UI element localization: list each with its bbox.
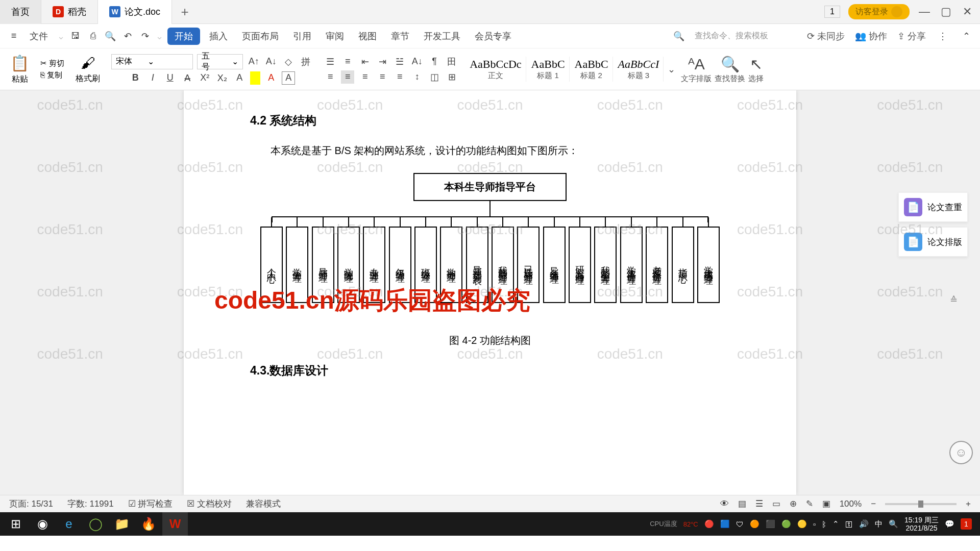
menu-layout[interactable]: 页面布局 (237, 28, 284, 44)
strike-button[interactable]: A̶ (181, 71, 194, 85)
indent-icon[interactable]: ⇥ (376, 55, 389, 68)
asian-layout-icon[interactable]: ☱ (393, 55, 406, 68)
notification-icon[interactable]: 💬 (945, 519, 954, 529)
page-indicator[interactable]: 1 (824, 6, 840, 18)
menu-view[interactable]: 视图 (353, 28, 382, 44)
search-input[interactable]: 查找命令、搜索模板 (695, 31, 797, 41)
tray-icon[interactable]: 🟠 (750, 519, 760, 529)
page-count[interactable]: 页面: 15/31 (9, 498, 53, 510)
font-effect-icon[interactable]: A (233, 71, 246, 85)
border-icon[interactable]: 田 (445, 55, 458, 68)
print-icon[interactable]: ⎙ (86, 30, 100, 43)
view-outline-icon[interactable]: ☰ (755, 498, 763, 509)
view-web-icon[interactable]: ⊕ (790, 498, 797, 509)
find-replace-button[interactable]: 🔍查找替换 (715, 55, 745, 84)
task-obs[interactable]: ◉ (30, 512, 55, 536)
menu-file[interactable]: 文件 (24, 28, 53, 44)
document-area[interactable]: 4.2 系统结构 本系统是基于 B/S 架构的网站系统，设计的功能结构图如下图所… (0, 90, 980, 495)
bluetooth-icon[interactable]: ᛒ (822, 520, 826, 529)
text-layout-button[interactable]: ᴬA文字排版 (681, 55, 712, 84)
collab-button[interactable]: 👥 协作 (855, 30, 887, 42)
menu-review[interactable]: 审阅 (321, 28, 349, 44)
close-button[interactable]: ✕ (961, 5, 974, 18)
select-button[interactable]: ↖选择 (748, 55, 764, 84)
italic-button[interactable]: I (146, 71, 159, 85)
edit-icon[interactable]: ✎ (806, 498, 813, 509)
eye-icon[interactable]: 👁 (720, 499, 729, 509)
menu-chapter[interactable]: 章节 (386, 28, 414, 44)
zoom-slider[interactable] (885, 503, 957, 505)
view-page-icon[interactable]: ▤ (738, 498, 746, 509)
tab-document[interactable]: W论文.doc (98, 0, 172, 24)
size-select[interactable]: 五号⌄ (197, 54, 243, 69)
login-button[interactable]: 访客登录 (848, 4, 910, 19)
start-button[interactable]: ⊞ (3, 512, 29, 536)
char-border-button[interactable]: A (282, 71, 295, 85)
menu-insert[interactable]: 插入 (204, 28, 233, 44)
chevron-up-icon[interactable]: ≙ (950, 294, 958, 306)
preview-icon[interactable]: 🔍 (104, 30, 117, 43)
sync-button[interactable]: ⟳ 未同步 (807, 30, 845, 42)
tray-icon[interactable]: 🟦 (720, 519, 730, 529)
align-right-icon[interactable]: ≡ (358, 70, 372, 84)
task-explorer[interactable]: 📁 (109, 512, 135, 536)
cut-button[interactable]: ✂ 剪切 (40, 59, 64, 68)
minimize-button[interactable]: — (918, 5, 931, 18)
clear-format-icon[interactable]: ◇ (282, 55, 295, 68)
task-ie[interactable]: e (56, 512, 82, 536)
redo-icon[interactable]: ↷ (138, 30, 152, 43)
collapse-icon[interactable]: ⌃ (960, 30, 973, 43)
notification-badge[interactable]: 1 (961, 518, 972, 530)
paste-icon[interactable]: 📋 (10, 54, 29, 72)
bold-button[interactable]: B (129, 71, 142, 85)
zoom-in-button[interactable]: + (966, 499, 971, 509)
menu-icon[interactable]: ≡ (7, 30, 20, 43)
task-browser[interactable]: ◯ (83, 512, 108, 536)
clock[interactable]: 15:19 周三2021/8/25 (904, 516, 939, 532)
maximize-button[interactable]: ▢ (939, 5, 952, 18)
tray-icon[interactable]: ⬛ (766, 519, 775, 529)
align-center-icon[interactable]: ≡ (341, 70, 354, 84)
shading-icon[interactable]: ◫ (428, 70, 441, 84)
fit-icon[interactable]: ▣ (822, 498, 830, 509)
grow-font-icon[interactable]: A↑ (247, 55, 260, 68)
brush-icon[interactable]: 🖌 (81, 55, 95, 71)
view-read-icon[interactable]: ▭ (772, 498, 780, 509)
table-border-icon[interactable]: ⊞ (445, 70, 458, 84)
tray-icon[interactable]: 🟡 (797, 519, 807, 529)
underline-button[interactable]: U (163, 71, 177, 85)
share-button[interactable]: ⇪ 分享 (897, 30, 926, 42)
phonetic-icon[interactable]: 拼 (299, 55, 312, 68)
wifi-icon[interactable]: ⚿ (845, 520, 853, 529)
subscript-button[interactable]: X₂ (215, 71, 229, 85)
assistant-icon[interactable]: ☺ (949, 441, 973, 464)
para-mark-icon[interactable]: ¶ (428, 55, 441, 68)
menu-devtools[interactable]: 开发工具 (419, 28, 465, 44)
copy-button[interactable]: ⎘ 复制 (40, 70, 62, 80)
tray-icon[interactable]: ▫ (813, 520, 816, 529)
line-spacing-icon[interactable]: ↕ (410, 70, 424, 84)
volume-icon[interactable]: 🔊 (859, 519, 869, 529)
spellcheck-button[interactable]: ☑ 拼写检查 (128, 498, 173, 510)
tab-docell[interactable]: D稻壳 (41, 0, 98, 24)
align-justify-icon[interactable]: ≡ (376, 70, 389, 84)
tray-icon[interactable]: 🟢 (781, 519, 791, 529)
numbering-icon[interactable]: ≡ (341, 55, 354, 68)
add-tab-button[interactable]: + (172, 4, 198, 20)
styles-more-icon[interactable]: ⌄ (665, 63, 678, 76)
word-count[interactable]: 字数: 11991 (67, 498, 114, 510)
shrink-font-icon[interactable]: A↓ (264, 55, 278, 68)
highlight-button[interactable] (250, 71, 260, 85)
tab-home[interactable]: 首页 (0, 0, 41, 24)
ime-icon[interactable]: 中 (875, 519, 883, 529)
tray-icon[interactable]: 🔴 (704, 519, 714, 529)
align-dist-icon[interactable]: ≡ (393, 70, 406, 84)
more-icon[interactable]: ⋮ (936, 30, 949, 43)
sort-icon[interactable]: A↓ (410, 55, 424, 68)
menu-start[interactable]: 开始 (167, 28, 200, 45)
superscript-button[interactable]: X² (198, 71, 211, 85)
menu-ref[interactable]: 引用 (288, 28, 316, 44)
search-tray-icon[interactable]: 🔍 (889, 519, 898, 529)
proof-button[interactable]: ☒ 文档校对 (187, 498, 232, 510)
font-select[interactable]: 宋体⌄ (111, 54, 193, 69)
